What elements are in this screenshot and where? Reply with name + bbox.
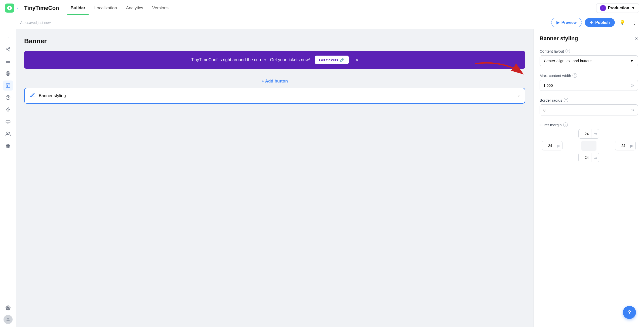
nav-tabs: Builder Localization Analytics Versions [67,4,596,13]
margin-bottom-input[interactable] [579,153,591,161]
border-radius-unit: px [627,105,638,115]
back-button[interactable]: ← [16,5,21,11]
svg-point-1 [9,48,10,49]
max-content-width-label: Max. content width ? [540,73,638,78]
sidebar: › [0,29,16,327]
top-nav: ← TinyTimeCon Builder Localization Analy… [0,0,644,16]
margin-left-wrapper: px [542,141,563,150]
border-radius-input[interactable] [540,105,627,115]
panel-close-button[interactable]: × [635,36,638,42]
sidebar-expand-toggle[interactable]: › [3,32,13,42]
sidebar-item-list[interactable] [3,56,13,66]
app-logo [5,4,14,13]
env-chevron: ▼ [631,6,635,10]
add-button-row[interactable]: + Add button [24,75,525,88]
margin-right-wrapper: px [615,141,636,150]
margin-bottom-input-wrapper: px [578,153,599,162]
sidebar-item-grid[interactable] [3,141,13,151]
margin-left-input[interactable] [542,142,555,150]
banner-preview: TinyTimeConf is right around the corner … [24,51,525,69]
styling-card-label: Banner styling [39,93,515,98]
margin-right-unit: px [628,141,636,150]
panel-title: Banner styling [540,35,635,42]
svg-point-22 [7,307,9,309]
margin-top-input[interactable] [579,130,591,138]
add-button-label: + Add button [262,79,288,84]
svg-point-8 [6,71,10,76]
outer-margin-group: Outer margin ? px px [540,122,638,162]
nav-right: i Production ▼ [596,3,639,13]
user-avatar[interactable] [4,315,13,324]
margin-right-input[interactable] [615,142,628,150]
banner-container: TinyTimeConf is right around the corner … [24,51,525,69]
tab-analytics[interactable]: Analytics [123,4,147,13]
bulb-button[interactable]: 💡 [618,18,627,27]
margin-bottom-wrapper: px [578,153,599,162]
max-content-width-input[interactable] [540,81,627,90]
margin-left-unit: px [555,141,562,150]
sidebar-item-settings[interactable] [3,303,13,313]
sidebar-item-plugin[interactable] [3,117,13,127]
content-layout-select[interactable]: Center-align text and buttons ▼ [540,55,638,66]
margin-top-unit: px [591,129,599,138]
border-radius-label: Border radius ? [540,98,638,102]
publish-button[interactable]: ✈ Publish [585,18,615,27]
svg-point-0 [6,49,7,50]
banner-text: TinyTimeConf is right around the corner … [191,57,310,62]
env-icon: i [600,5,606,11]
svg-marker-16 [6,108,10,112]
sidebar-item-flow[interactable] [3,44,13,54]
banner-close-button[interactable]: × [356,57,358,63]
border-radius-help-icon[interactable]: ? [564,98,568,102]
svg-rect-21 [6,146,8,148]
autosaved-label: Autosaved just now [20,21,551,25]
canvas-inner: Banner TinyTimeConf is right around the … [24,37,525,104]
preview-icon: ▶ [556,20,559,25]
sub-nav-actions: ▶ Preview ✈ Publish 💡 ⋮ [551,18,639,27]
svg-point-9 [7,72,9,75]
max-content-width-unit: px [627,80,638,91]
margin-grid: px px px [540,129,638,162]
publish-label: Publish [595,20,610,25]
tab-builder[interactable]: Builder [67,4,89,13]
margin-center-placeholder [581,141,596,151]
border-radius-group: Border radius ? px [540,98,638,115]
content-layout-help-icon[interactable]: ? [566,49,570,53]
tab-versions[interactable]: Versions [149,4,172,13]
environment-selector[interactable]: i Production ▼ [596,3,639,13]
sidebar-item-help[interactable] [3,93,13,103]
styling-card-chevron: › [518,93,520,98]
more-button[interactable]: ⋮ [630,18,639,27]
banner-styling-card[interactable]: Banner styling › [24,88,525,104]
margin-top-wrapper: px [578,129,599,139]
max-content-width-help-icon[interactable]: ? [573,73,577,78]
border-radius-input-wrapper: px [540,104,638,115]
chevron-down-icon: ▼ [630,59,634,63]
help-fab-button[interactable]: ? [623,306,636,319]
sidebar-item-layout[interactable] [3,80,13,91]
svg-rect-18 [6,144,8,146]
publish-icon: ✈ [590,20,593,25]
sidebar-item-target[interactable] [3,68,13,78]
outer-margin-help-icon[interactable]: ? [563,122,568,127]
margin-right-input-wrapper: px [615,141,636,150]
content-layout-label: Content layout ? [540,49,638,53]
env-label: Production [608,6,629,10]
margin-bottom-unit: px [591,153,599,162]
margin-left-input-wrapper: px [542,141,563,150]
preview-label: Preview [561,20,577,25]
svg-point-23 [7,318,9,319]
sidebar-item-users[interactable] [3,129,13,139]
banner-get-tickets-button[interactable]: Get tickets 🔗 [315,56,349,64]
section-title: Banner [24,37,525,45]
panel-header: Banner styling × [540,35,638,42]
tab-localization[interactable]: Localization [91,4,120,13]
help-fab-label: ? [628,309,631,316]
preview-button[interactable]: ▶ Preview [551,18,582,27]
svg-rect-19 [8,144,10,146]
max-content-width-input-wrapper: px [540,80,638,91]
link-icon: 🔗 [340,58,345,62]
svg-point-10 [8,73,8,74]
sidebar-item-bolt[interactable] [3,105,13,115]
svg-point-25 [31,97,31,97]
